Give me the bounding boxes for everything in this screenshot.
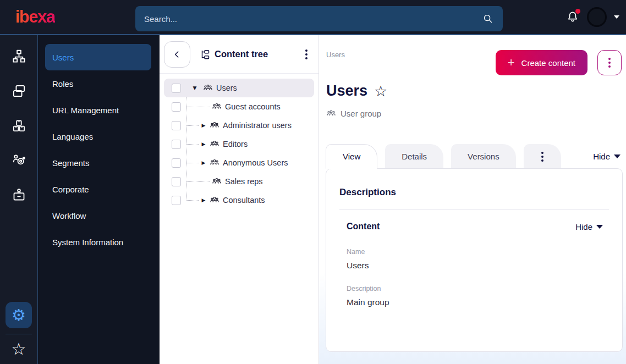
- chevron-left-icon: [172, 49, 183, 60]
- page-actions: + Create content: [496, 50, 622, 75]
- corporate-badge-icon[interactable]: [6, 181, 32, 208]
- expand-node-icon[interactable]: ▶: [200, 197, 207, 203]
- expand-node-icon[interactable]: ▶: [200, 160, 207, 166]
- tree-view-icon: [199, 49, 210, 60]
- kebab-icon: [605, 54, 614, 71]
- tree-item-checkbox[interactable]: [172, 102, 181, 112]
- more-actions-button[interactable]: [597, 50, 622, 75]
- sidebar-item-users[interactable]: Users: [45, 44, 151, 70]
- hide-panel-button[interactable]: Hide: [593, 152, 620, 161]
- tree-connector: [186, 163, 199, 163]
- sidebar-item-workflow[interactable]: Workflow: [45, 202, 151, 229]
- sidebar-item-url-management[interactable]: URL Management: [45, 97, 151, 123]
- user-group-icon: [326, 108, 336, 119]
- sidebar-item-languages[interactable]: Languages: [45, 123, 151, 150]
- user-menu-caret-icon[interactable]: [614, 15, 619, 19]
- collapse-tree-button[interactable]: [164, 41, 190, 68]
- hide-section-button[interactable]: Hide: [575, 222, 603, 231]
- user-group-icon: [210, 195, 219, 205]
- user-group-icon: [210, 120, 219, 130]
- tab-view[interactable]: View: [326, 144, 377, 169]
- sidebar-item-label: System Information: [52, 238, 123, 247]
- top-bar: ibexa: [0, 0, 626, 35]
- tree-item-administrator-users[interactable]: ▶ Administrator users: [164, 116, 314, 135]
- tree-item-label: Editors: [223, 140, 248, 148]
- create-content-button[interactable]: + Create content: [496, 50, 587, 75]
- tree-item-checkbox[interactable]: [172, 140, 181, 149]
- user-group-icon: [210, 158, 219, 168]
- tab-label: Details: [402, 152, 427, 161]
- tree-item-guest-accounts[interactable]: Guest accounts: [164, 97, 314, 116]
- admin-sidebar: Users Roles URL Management Languages Seg…: [38, 35, 160, 364]
- tree-item-consultants[interactable]: ▶ Consultants: [164, 191, 314, 209]
- content-section-title: Content: [347, 222, 380, 231]
- field-name: Name Users: [347, 248, 609, 271]
- favorite-star-icon[interactable]: ☆: [374, 84, 387, 98]
- gear-glyph: ⚙: [12, 307, 26, 323]
- content-structure-icon[interactable]: [6, 43, 32, 69]
- tree-item-checkbox[interactable]: [172, 121, 181, 130]
- tree-connector: [186, 200, 199, 201]
- main-menu-rail: ⚙ ☆: [0, 35, 38, 364]
- sidebar-item-label: Corporate: [52, 185, 89, 194]
- field-label: Description: [347, 285, 609, 293]
- tree-item-label: Users: [216, 84, 237, 92]
- field-label: Name: [347, 248, 609, 256]
- tab-label: Versions: [468, 152, 499, 161]
- sidebar-item-label: Segments: [52, 158, 90, 168]
- rail-footer: ⚙ ☆: [0, 302, 37, 361]
- caret-down-icon: [596, 225, 603, 229]
- content-list-icon[interactable]: [6, 78, 32, 104]
- tree-item-label: Consultants: [223, 196, 265, 205]
- sidebar-item-corporate[interactable]: Corporate: [45, 176, 151, 202]
- user-group-icon: [203, 83, 213, 93]
- sidebar-item-system-information[interactable]: System Information: [45, 229, 151, 255]
- tree-item-label: Administrator users: [223, 121, 292, 130]
- tree-item-checkbox[interactable]: [172, 196, 181, 205]
- kebab-icon: [538, 148, 547, 165]
- tab-more-kebab-icon[interactable]: [524, 144, 561, 169]
- tree-item-checkbox[interactable]: [172, 177, 181, 186]
- field-description: Description Main group: [347, 285, 609, 307]
- notifications-bell-icon[interactable]: [565, 10, 580, 24]
- tree-item-editors[interactable]: ▶ Editors: [164, 135, 314, 153]
- tab-versions[interactable]: Versions: [451, 144, 516, 169]
- tree-connector: [186, 107, 210, 107]
- main-content: Users + Create content Users ☆ User grou…: [319, 35, 626, 364]
- segmentation-target-icon[interactable]: [6, 147, 32, 173]
- hide-label: Hide: [593, 152, 610, 161]
- sidebar-item-segments[interactable]: Segments: [45, 150, 151, 176]
- tree-item-sales-reps[interactable]: Sales reps: [164, 172, 314, 191]
- page-title: Users: [326, 82, 367, 100]
- tree-item-checkbox[interactable]: [172, 158, 181, 168]
- tree-connector: [186, 144, 199, 145]
- expand-node-icon[interactable]: ▶: [200, 141, 207, 147]
- tree-item-label: Sales reps: [225, 177, 263, 186]
- collapse-node-icon[interactable]: ▼: [191, 85, 199, 91]
- tree-item-users[interactable]: ▼ Users: [164, 79, 314, 97]
- bookmarks-star-icon[interactable]: ☆: [12, 341, 26, 357]
- tab-label: View: [343, 152, 360, 161]
- search-icon[interactable]: [482, 13, 494, 25]
- ibexa-logo[interactable]: ibexa: [15, 7, 55, 27]
- expand-node-icon[interactable]: ▶: [200, 123, 207, 128]
- tree-item-label: Guest accounts: [225, 102, 281, 111]
- breadcrumb[interactable]: Users: [326, 51, 345, 59]
- ibexa-admin-window: ibexa: [0, 0, 626, 364]
- content-tree-panel: Content tree ▼ Users Guest accounts: [160, 35, 319, 364]
- tab-details[interactable]: Details: [385, 144, 443, 169]
- plus-icon: +: [508, 57, 515, 69]
- object-states-icon[interactable]: [6, 112, 32, 139]
- tree-item-anonymous-users[interactable]: ▶ Anonymous Users: [164, 153, 314, 172]
- tree-options-kebab-icon[interactable]: [302, 46, 311, 63]
- card-divider: [339, 209, 609, 209]
- global-search-bar[interactable]: [135, 6, 503, 31]
- tree-item-checkbox[interactable]: [172, 84, 181, 93]
- sidebar-item-roles[interactable]: Roles: [45, 70, 151, 97]
- search-input[interactable]: [144, 14, 482, 24]
- content-section-header: Content Hide: [347, 222, 609, 231]
- content-type-label: User group: [341, 109, 381, 118]
- user-avatar[interactable]: [587, 7, 607, 27]
- star-glyph: ☆: [12, 339, 26, 359]
- settings-gear-icon[interactable]: ⚙: [6, 302, 32, 328]
